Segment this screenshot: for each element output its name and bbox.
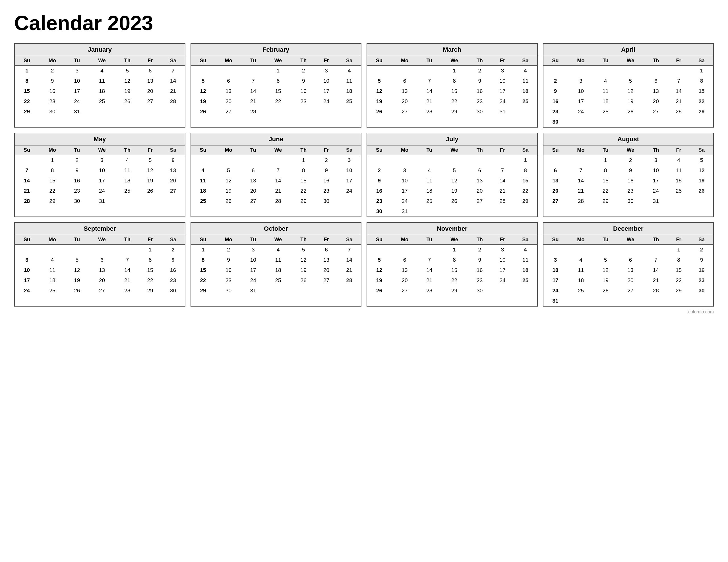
day-header-mo: Mo	[39, 235, 66, 245]
day-cell: 26	[367, 107, 391, 117]
day-cell	[139, 196, 162, 206]
day-cell	[567, 117, 594, 127]
day-cell: 14	[567, 176, 594, 186]
day-cell: 18	[88, 86, 115, 96]
day-cell: 13	[215, 86, 242, 96]
day-cell: 7	[15, 165, 39, 176]
day-cell: 23	[543, 107, 568, 117]
day-cell: 11	[116, 165, 139, 176]
day-cell: 17	[644, 176, 667, 186]
day-cell: 7	[338, 245, 361, 255]
day-cell: 18	[191, 186, 215, 196]
day-cell: 27	[617, 285, 644, 296]
day-cell: 3	[491, 245, 514, 255]
day-cell	[264, 155, 292, 166]
day-cell	[242, 66, 264, 76]
day-cell: 14	[264, 176, 292, 186]
day-cell: 27	[315, 275, 338, 285]
day-header-tu: Tu	[594, 56, 617, 66]
day-cell: 28	[242, 107, 264, 117]
day-cell: 17	[491, 86, 514, 96]
day-header-mo: Mo	[391, 146, 418, 155]
day-cell	[514, 285, 537, 296]
day-cell: 9	[66, 165, 88, 176]
day-cell: 16	[39, 86, 66, 96]
day-header-mo: Mo	[567, 56, 594, 66]
day-cell: 18	[116, 176, 139, 186]
day-cell: 4	[338, 66, 361, 76]
day-cell: 23	[162, 275, 185, 285]
day-cell: 24	[88, 186, 115, 196]
day-cell: 4	[264, 245, 292, 255]
day-cell: 1	[514, 155, 537, 166]
day-header-we: We	[264, 146, 292, 155]
day-cell: 31	[644, 196, 667, 206]
day-cell: 24	[543, 285, 568, 296]
day-cell: 9	[292, 76, 315, 86]
day-cell: 5	[292, 245, 315, 255]
day-cell: 30	[215, 285, 242, 296]
day-cell: 19	[690, 176, 713, 186]
day-cell: 26	[191, 107, 215, 117]
day-cell: 11	[264, 255, 292, 265]
day-cell: 20	[139, 86, 162, 96]
day-cell	[667, 66, 690, 76]
month-title-august: August	[543, 133, 713, 146]
day-header-tu: Tu	[66, 235, 88, 245]
day-header-sa: Sa	[338, 235, 361, 245]
day-cell: 5	[690, 155, 713, 166]
day-header-tu: Tu	[242, 235, 264, 245]
day-cell: 1	[690, 66, 713, 76]
day-header-tu: Tu	[242, 56, 264, 66]
day-cell	[264, 107, 292, 117]
day-cell	[88, 245, 115, 255]
month-october: OctoberSuMoTuWeThFrSa1234567891011121314…	[191, 222, 362, 306]
day-cell: 17	[88, 176, 115, 186]
day-header-mo: Mo	[567, 146, 594, 155]
day-cell: 13	[543, 176, 568, 186]
day-cell: 25	[191, 196, 215, 206]
day-cell: 11	[667, 165, 690, 176]
day-cell: 17	[66, 86, 88, 96]
day-cell	[491, 155, 514, 166]
day-cell	[338, 196, 361, 206]
day-cell: 5	[215, 165, 242, 176]
day-cell: 23	[292, 96, 315, 107]
day-cell: 3	[15, 255, 39, 265]
day-cell: 24	[15, 285, 39, 296]
day-cell: 28	[567, 196, 594, 206]
day-cell: 2	[617, 155, 644, 166]
day-cell	[338, 107, 361, 117]
day-cell	[617, 296, 644, 306]
day-cell: 30	[543, 117, 568, 127]
day-cell: 25	[88, 96, 115, 107]
day-cell	[215, 66, 242, 76]
day-cell: 10	[242, 255, 264, 265]
day-cell: 9	[690, 255, 713, 265]
day-cell: 3	[644, 155, 667, 166]
day-cell: 26	[367, 285, 391, 296]
day-cell	[391, 155, 418, 166]
day-cell: 21	[242, 96, 264, 107]
day-header-mo: Mo	[215, 235, 242, 245]
day-cell: 1	[292, 155, 315, 166]
day-cell: 24	[491, 96, 514, 107]
day-cell: 23	[39, 96, 66, 107]
day-cell: 28	[667, 107, 690, 117]
day-cell: 4	[39, 255, 66, 265]
day-cell: 28	[491, 196, 514, 206]
day-cell: 13	[391, 86, 418, 96]
day-cell: 16	[292, 86, 315, 96]
day-cell: 15	[440, 86, 468, 96]
day-cell: 14	[644, 265, 667, 275]
day-cell: 3	[66, 66, 88, 76]
day-cell	[88, 107, 115, 117]
day-cell	[644, 245, 667, 255]
day-cell: 22	[440, 96, 468, 107]
day-cell	[543, 155, 568, 166]
day-cell: 7	[644, 255, 667, 265]
day-cell: 3	[338, 155, 361, 166]
day-header-mo: Mo	[215, 56, 242, 66]
day-cell: 25	[418, 196, 440, 206]
day-header-tu: Tu	[66, 146, 88, 155]
